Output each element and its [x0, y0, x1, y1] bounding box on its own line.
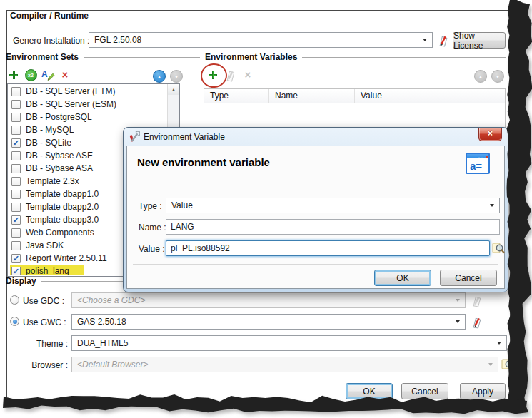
browse-value-button[interactable]	[491, 241, 506, 255]
environment-variables-group: Environment Variables	[205, 52, 506, 62]
display-group-title: Display	[6, 276, 36, 286]
browser-select[interactable]: <Default Browser>	[71, 357, 498, 372]
type-label: Type :	[139, 201, 162, 211]
edit-pencil-icon: A	[41, 68, 54, 81]
column-header-type[interactable]: Type	[204, 89, 269, 103]
environment-set-label: DB - PostgreSQL	[26, 112, 92, 122]
theme-select[interactable]: DUA_HTML5	[71, 335, 507, 351]
environment-set-checkbox[interactable]	[11, 203, 21, 212]
gwc-select[interactable]: GAS 2.50.18	[71, 314, 466, 330]
move-variable-down-button[interactable]: ▼	[491, 70, 504, 83]
move-set-down-button[interactable]: ▼	[170, 70, 183, 83]
text-cursor	[231, 244, 231, 253]
environment-set-checkbox[interactable]	[11, 100, 21, 109]
browser-label: Browser :	[0, 360, 68, 370]
environment-set-checkbox[interactable]	[11, 190, 21, 199]
group-rule	[94, 16, 506, 16]
environment-set-checkbox[interactable]: ✓	[11, 267, 21, 276]
footer-separator	[6, 377, 507, 377]
use-gdc-label: Use GDC :	[23, 296, 64, 306]
environment-set-label: DB - Sybase ASE	[26, 151, 93, 160]
edit-installation-pen-icon[interactable]	[436, 33, 451, 47]
edit-environment-set-button[interactable]: A	[41, 68, 54, 81]
show-license-button[interactable]: Show License	[453, 32, 506, 49]
dropdown-arrow-icon	[497, 342, 501, 345]
down-arrow-icon: ▼	[496, 74, 501, 79]
environment-set-checkbox[interactable]: ✓	[11, 215, 21, 225]
magnifier-icon	[492, 242, 505, 255]
dialog-rule	[133, 264, 498, 265]
add-environment-set-button[interactable]	[7, 68, 20, 81]
environment-set-checkbox[interactable]	[11, 113, 21, 122]
type-select[interactable]: Value	[166, 198, 500, 213]
delete-variable-button[interactable]: ×	[241, 68, 254, 81]
environment-sets-group: Environment Sets	[6, 52, 200, 62]
down-arrow-icon: ▼	[174, 74, 179, 79]
environment-set-checkbox[interactable]	[11, 177, 21, 186]
dialog-title: Environment Variable	[144, 132, 225, 142]
dialog-close-button[interactable]: ×	[478, 128, 502, 141]
environment-variable-dialog: Environment Variable × New environment v…	[123, 127, 508, 292]
move-set-up-button[interactable]: ▲	[153, 70, 166, 83]
delete-environment-set-button[interactable]: ×	[59, 68, 71, 81]
value-input[interactable]: pl_PL.iso88592	[166, 240, 490, 256]
apply-button[interactable]: Apply	[460, 383, 506, 399]
environment-set-row[interactable]: DB - SQL Server (ESM)	[9, 98, 167, 111]
environment-set-label: Report Writer 2.50.11	[26, 253, 107, 263]
environment-set-label: DB - MySQL	[26, 125, 74, 135]
environment-set-checkbox[interactable]	[11, 87, 21, 96]
browse-browser-button[interactable]	[501, 357, 515, 372]
environment-set-checkbox[interactable]	[11, 228, 21, 238]
dialog-rule	[133, 183, 498, 183]
dropdown-arrow-icon	[490, 204, 494, 207]
up-arrow-icon: ▲	[478, 74, 483, 79]
edit-gdc-pen-icon[interactable]	[470, 293, 484, 307]
group-rule	[84, 57, 200, 58]
environment-set-label: DB - SQL Server (ESM)	[26, 99, 116, 109]
environment-sets-group-title: Environment Sets	[6, 52, 79, 62]
compiler-runtime-group: Compiler / Runtime	[10, 11, 506, 21]
use-gwc-radio[interactable]	[10, 317, 19, 326]
edit-gwc-pen-icon[interactable]	[470, 315, 484, 329]
dropdown-arrow-icon	[456, 320, 460, 323]
genero-installation-select[interactable]: FGL 2.50.08	[89, 32, 433, 48]
red-pen-icon	[438, 34, 450, 47]
dropdown-arrow-icon	[488, 363, 493, 366]
settings-window: Compiler / Runtime Genero Installation :…	[0, 0, 532, 418]
environment-set-checkbox[interactable]: ✓	[11, 254, 21, 263]
genero-installation-label: Genero Installation :	[13, 36, 89, 46]
disabled-pen-icon	[471, 294, 483, 307]
dialog-cancel-button[interactable]: Cancel	[440, 270, 497, 286]
environment-set-checkbox[interactable]	[11, 151, 21, 160]
gdc-select[interactable]: <Choose a GDC>	[71, 292, 466, 308]
environment-set-label: Template dbapp1.0	[26, 189, 99, 199]
environment-set-label: DB - SQLite	[26, 138, 71, 148]
dialog-content: New environment variable ··· a= Type : V…	[126, 146, 505, 289]
column-header-name[interactable]: Name	[269, 89, 355, 103]
environment-set-label: Java SDK	[26, 240, 64, 250]
environment-set-row[interactable]: DB - PostgreSQL	[9, 111, 167, 123]
environment-set-checkbox[interactable]	[11, 164, 21, 173]
environment-set-checkbox[interactable]	[11, 241, 21, 250]
column-header-value[interactable]: Value	[355, 89, 505, 103]
environment-set-label: Template 2.3x	[26, 176, 79, 186]
delete-x-icon: ×	[62, 70, 69, 80]
use-gdc-radio[interactable]	[10, 295, 19, 305]
move-variable-up-button[interactable]: ▲	[474, 70, 487, 83]
scroll-up-button[interactable]: ▲	[168, 84, 179, 95]
environment-set-checkbox[interactable]	[11, 126, 21, 135]
environment-set-checkbox[interactable]: ✓	[11, 138, 21, 148]
magnifier-icon	[501, 358, 514, 371]
duplicate-environment-set-button[interactable]: x2	[24, 68, 37, 81]
environment-set-row[interactable]: DB - SQL Server (FTM)	[9, 85, 167, 98]
environment-variables-group-title: Environment Variables	[205, 52, 297, 62]
dropdown-arrow-icon	[423, 39, 427, 41]
group-rule	[302, 57, 506, 58]
dialog-ok-button[interactable]: OK	[374, 270, 431, 286]
name-input[interactable]: LANG	[166, 219, 500, 235]
dialog-wrench-icon	[129, 131, 140, 144]
compiler-runtime-group-title: Compiler / Runtime	[10, 11, 89, 21]
environment-set-label: Template dbapp2.0	[26, 202, 99, 212]
ok-button[interactable]: OK	[346, 383, 393, 399]
cancel-button[interactable]: Cancel	[401, 383, 448, 399]
